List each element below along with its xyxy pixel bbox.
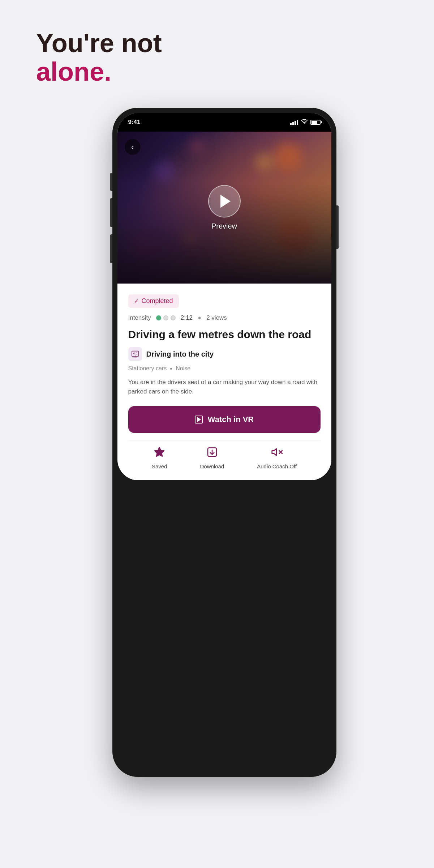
status-bar: 9:41	[117, 113, 331, 132]
battery-icon	[310, 120, 321, 125]
toolbar-saved[interactable]: Saved	[152, 446, 167, 469]
signal-icon	[290, 120, 298, 125]
tag-2: Noise	[176, 365, 190, 372]
status-time: 9:41	[128, 119, 141, 126]
preview-label: Preview	[211, 222, 237, 230]
wifi-icon	[301, 119, 308, 125]
category-row: Driving into the city	[128, 347, 321, 361]
svg-point-0	[304, 123, 304, 124]
silent-switch	[110, 234, 112, 263]
watch-vr-button[interactable]: Watch in VR	[128, 406, 321, 433]
video-thumbnail[interactable]: ‹ Preview	[117, 132, 331, 284]
status-icons	[290, 119, 321, 125]
toolbar-download[interactable]: Download	[200, 446, 224, 469]
views: 2 views	[206, 314, 227, 322]
play-triangle-icon	[197, 417, 201, 422]
play-icon	[220, 195, 231, 208]
saved-label: Saved	[152, 463, 167, 469]
headline-line1: You're not	[36, 29, 162, 58]
volume-up-button	[110, 173, 112, 191]
notch	[195, 113, 253, 127]
svg-marker-5	[272, 449, 276, 456]
phone-screen: 9:41	[117, 113, 331, 480]
download-label: Download	[200, 463, 224, 469]
content-area: ✓ Completed Intensity 2:12 ● 2 views Dri…	[117, 284, 331, 480]
star-icon	[154, 446, 165, 460]
audio-coach-label: Audio Coach Off	[257, 463, 297, 469]
toolbar-audio-coach[interactable]: Audio Coach Off	[257, 446, 297, 469]
watch-vr-label: Watch in VR	[208, 415, 254, 424]
power-button	[336, 205, 339, 249]
bottom-toolbar: Saved Download	[128, 440, 321, 480]
play-button[interactable]	[208, 185, 241, 218]
intensity-dot-3	[171, 315, 176, 320]
play-button-area[interactable]: Preview	[208, 185, 241, 230]
tag-separator	[170, 368, 172, 370]
category-icon	[128, 347, 142, 361]
svg-point-2	[133, 353, 135, 354]
intensity-label: Intensity	[128, 314, 151, 322]
meta-separator: ●	[198, 314, 201, 322]
svg-marker-3	[155, 447, 164, 456]
tags-row: Stationery cars Noise	[128, 365, 321, 372]
completed-badge: ✓ Completed	[128, 294, 179, 308]
intensity-dots	[156, 315, 176, 320]
volume-down-button	[110, 198, 112, 227]
back-button[interactable]: ‹	[125, 139, 141, 155]
tag-1: Stationery cars	[128, 365, 167, 372]
page-header: You're not alone.	[36, 29, 162, 86]
duration: 2:12	[181, 314, 193, 322]
meta-row: Intensity 2:12 ● 2 views	[128, 314, 321, 322]
phone-frame: 9:41	[112, 108, 336, 777]
check-icon: ✓	[134, 298, 139, 305]
audio-off-icon	[271, 446, 283, 460]
vr-play-icon	[195, 416, 203, 424]
video-title: Driving a few metres down the road	[128, 327, 321, 341]
download-icon	[206, 446, 218, 460]
intensity-dot-1	[156, 315, 161, 320]
headline-line2: alone.	[36, 58, 162, 86]
completed-label: Completed	[142, 297, 173, 305]
category-label: Driving into the city	[146, 350, 214, 358]
intensity-dot-2	[163, 315, 168, 320]
description: You are in the drivers seat of a car mak…	[128, 378, 321, 396]
